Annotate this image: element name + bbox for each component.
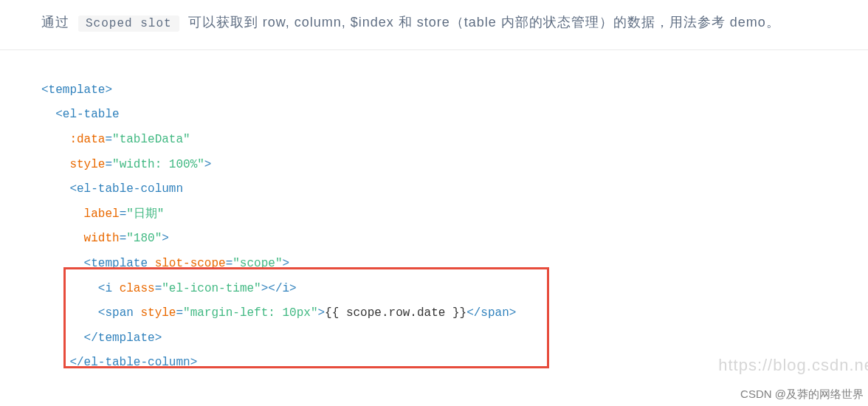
code-line: style="width: 100%"> (41, 153, 868, 178)
code-block: <template> <el-table :data="tableData" s… (0, 63, 868, 376)
code-line: width="180"> (41, 227, 868, 252)
code-line: <el-table-column (41, 177, 868, 202)
desc-before: 通过 (41, 15, 69, 30)
code-line: label="日期" (41, 202, 868, 227)
code-line: <i class="el-icon-time"></i> (41, 277, 868, 302)
description-paragraph: 通过 Scoped slot 可以获取到 row, column, $index… (41, 10, 827, 35)
watermark-author: CSDN @及莽的网络世界 (740, 388, 864, 402)
desc-after: 可以获取到 row, column, $index 和 store（table … (188, 15, 780, 30)
inline-code-tag: Scoped slot (78, 16, 179, 32)
code-line: </template> (41, 326, 868, 351)
description-box: 通过 Scoped slot 可以获取到 row, column, $index… (0, 0, 868, 50)
code-line: <template> (41, 78, 868, 103)
code-line: <template slot-scope="scope"> (41, 252, 868, 277)
watermark-url: https://blog.csdn.ne (718, 356, 868, 375)
code-line: <span style="margin-left: 10px">{{ scope… (41, 301, 868, 326)
code-line: :data="tableData" (41, 128, 868, 153)
code-line: <el-table (41, 103, 868, 128)
